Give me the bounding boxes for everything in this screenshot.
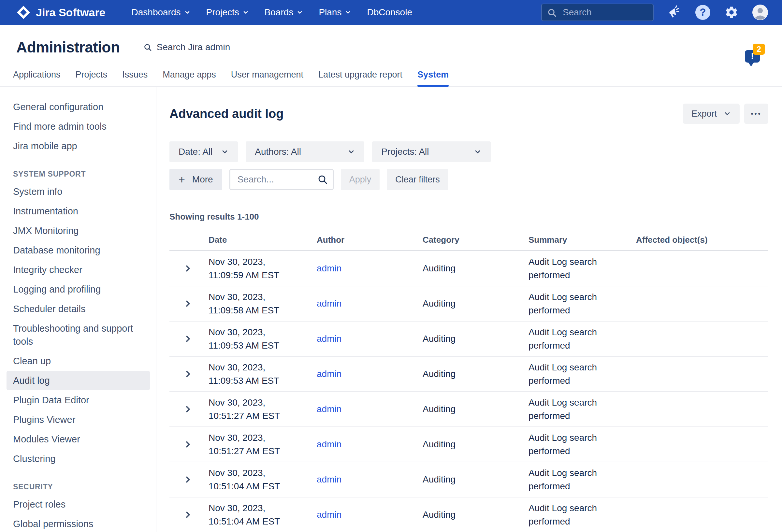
expand-row-icon[interactable] bbox=[170, 404, 209, 414]
expand-row-icon[interactable] bbox=[170, 334, 209, 344]
sidebar-item-plugins-viewer[interactable]: Plugins Viewer bbox=[13, 410, 156, 429]
col-header-author: Author bbox=[317, 235, 423, 245]
chevron-down-icon bbox=[184, 9, 190, 15]
tab-manage-apps[interactable]: Manage apps bbox=[163, 64, 216, 86]
feedback-icon[interactable]: ! 2 bbox=[745, 46, 763, 65]
tab-issues[interactable]: Issues bbox=[122, 64, 148, 86]
apply-button[interactable]: Apply bbox=[341, 169, 380, 190]
chevron-down-icon bbox=[242, 9, 249, 15]
sidebar-item-logging-and-profiling[interactable]: Logging and profiling bbox=[13, 280, 156, 299]
audit-log-table: Date Author Category Summary Affected ob… bbox=[170, 235, 768, 532]
sidebar-item-scheduler-details[interactable]: Scheduler details bbox=[13, 299, 156, 319]
sidebar-item-global-permissions[interactable]: Global permissions bbox=[13, 514, 156, 532]
search-icon bbox=[547, 8, 557, 17]
more-filters-button[interactable]: + More bbox=[170, 169, 222, 190]
sidebar-item-clustering[interactable]: Clustering bbox=[13, 449, 156, 468]
nav-plans-label: Plans bbox=[319, 7, 342, 17]
notification-badge: 2 bbox=[753, 44, 765, 55]
tab-user-management[interactable]: User management bbox=[231, 64, 304, 86]
expand-row-icon[interactable] bbox=[170, 510, 209, 520]
tab-system[interactable]: System bbox=[417, 64, 449, 86]
row-category: Auditing bbox=[423, 474, 529, 485]
expand-row-icon[interactable] bbox=[170, 299, 209, 309]
author-link[interactable]: admin bbox=[317, 333, 342, 344]
search-icon bbox=[143, 43, 152, 52]
row-category: Auditing bbox=[423, 509, 529, 520]
row-time: 10:51:04 AM EST bbox=[209, 480, 317, 493]
tab-latest-upgrade-report[interactable]: Latest upgrade report bbox=[318, 64, 402, 86]
megaphone-icon[interactable] bbox=[666, 4, 682, 21]
expand-row-icon[interactable] bbox=[170, 475, 209, 485]
author-link[interactable]: admin bbox=[317, 439, 342, 449]
nav-projects[interactable]: Projects bbox=[206, 7, 249, 17]
sidebar-item-modules-viewer[interactable]: Modules Viewer bbox=[13, 429, 156, 449]
sidebar-item-instrumentation[interactable]: Instrumentation bbox=[13, 201, 156, 221]
sidebar-item-system-info[interactable]: System info bbox=[13, 182, 156, 201]
authors-filter-dropdown[interactable]: Authors: All bbox=[246, 141, 364, 162]
projects-filter-dropdown[interactable]: Projects: All bbox=[372, 141, 491, 162]
sidebar-item-jira-mobile-app[interactable]: Jira mobile app bbox=[13, 136, 156, 156]
nav-dashboards[interactable]: Dashboards bbox=[132, 7, 190, 17]
nav-plans[interactable]: Plans bbox=[319, 7, 351, 17]
author-link[interactable]: admin bbox=[317, 369, 342, 379]
help-icon[interactable]: ? bbox=[695, 4, 711, 21]
col-header-date: Date bbox=[209, 235, 317, 245]
sidebar-item-clean-up[interactable]: Clean up bbox=[13, 351, 156, 371]
date-filter-label: Date: All bbox=[179, 147, 212, 157]
sidebar-item-plugin-data-editor[interactable]: Plugin Data Editor bbox=[13, 390, 156, 410]
sidebar-item-troubleshooting-and-support-tools[interactable]: Troubleshooting and support tools bbox=[13, 319, 137, 351]
author-link[interactable]: admin bbox=[317, 263, 342, 273]
row-category: Auditing bbox=[423, 298, 529, 309]
sidebar-item-integrity-checker[interactable]: Integrity checker bbox=[13, 260, 156, 280]
chevron-down-icon bbox=[221, 148, 229, 156]
sidebar-item-audit-log[interactable]: Audit log bbox=[6, 371, 150, 390]
date-filter-dropdown[interactable]: Date: All bbox=[170, 141, 238, 162]
author-link[interactable]: admin bbox=[317, 298, 342, 309]
sidebar-item-project-roles[interactable]: Project roles bbox=[13, 495, 156, 514]
table-row: Nov 30, 2023,11:09:59 AM EST admin Audit… bbox=[170, 251, 768, 286]
expand-row-icon[interactable] bbox=[170, 439, 209, 449]
table-row: Nov 30, 2023,11:09:53 AM EST admin Audit… bbox=[170, 322, 768, 357]
expand-row-icon[interactable] bbox=[170, 369, 209, 379]
ellipsis-icon: ••• bbox=[751, 110, 761, 118]
row-summary: Audit Log search performed bbox=[529, 466, 608, 493]
sidebar-item-general-configuration[interactable]: General configuration bbox=[13, 97, 156, 117]
jira-logo[interactable]: Jira Software bbox=[16, 5, 106, 20]
page-title: Administration bbox=[16, 38, 120, 56]
row-date: Nov 30, 2023, bbox=[209, 325, 317, 339]
more-actions-button[interactable]: ••• bbox=[744, 104, 768, 124]
row-category: Auditing bbox=[423, 333, 529, 344]
tab-applications[interactable]: Applications bbox=[13, 64, 61, 86]
row-time: 11:09:53 AM EST bbox=[209, 374, 317, 387]
search-icon[interactable] bbox=[317, 174, 328, 185]
tab-projects[interactable]: Projects bbox=[76, 64, 108, 86]
author-link[interactable]: admin bbox=[317, 404, 342, 414]
tab-label: Issues bbox=[122, 70, 148, 80]
nav-projects-label: Projects bbox=[206, 7, 239, 17]
author-link[interactable]: admin bbox=[317, 474, 342, 485]
clear-filters-button[interactable]: Clear filters bbox=[387, 169, 448, 190]
expand-row-icon[interactable] bbox=[170, 263, 209, 273]
tab-label: Projects bbox=[76, 70, 108, 80]
sidebar-item-jmx-monitoring[interactable]: JMX Monitoring bbox=[13, 221, 156, 240]
plus-icon: + bbox=[179, 173, 185, 186]
sidebar-item-database-monitoring[interactable]: Database monitoring bbox=[13, 240, 156, 260]
row-category: Auditing bbox=[423, 439, 529, 450]
user-avatar[interactable] bbox=[752, 4, 768, 21]
row-category: Auditing bbox=[423, 263, 529, 274]
global-search-input[interactable] bbox=[541, 4, 653, 21]
col-header-summary: Summary bbox=[529, 235, 636, 245]
nav-dbconsole[interactable]: DbConsole bbox=[367, 7, 412, 17]
admin-search[interactable]: Search Jira admin bbox=[143, 42, 230, 52]
settings-gear-icon[interactable] bbox=[723, 4, 740, 21]
export-button[interactable]: Export bbox=[683, 104, 740, 124]
row-date: Nov 30, 2023, bbox=[209, 290, 317, 304]
author-link[interactable]: admin bbox=[317, 509, 342, 520]
row-summary: Audit Log search performed bbox=[529, 361, 608, 387]
col-header-affected: Affected object(s) bbox=[636, 235, 768, 245]
sidebar-item-find-more-admin-tools[interactable]: Find more admin tools bbox=[13, 117, 156, 136]
nav-boards[interactable]: Boards bbox=[264, 7, 304, 17]
admin-search-label: Search Jira admin bbox=[157, 42, 230, 52]
help-glyph: ? bbox=[700, 6, 706, 18]
row-category: Auditing bbox=[423, 369, 529, 379]
